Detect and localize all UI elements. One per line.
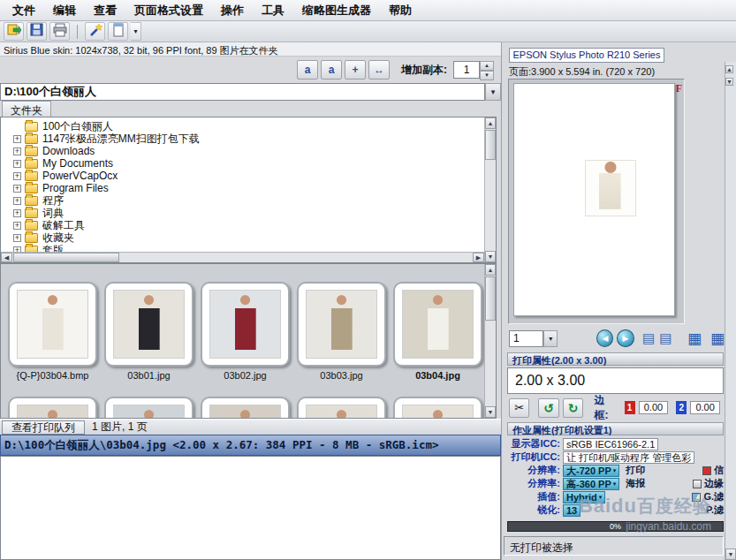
tree-item[interactable]: + Downloads — [13, 145, 484, 157]
side-option[interactable]: P.滤 — [706, 503, 725, 517]
placed-image[interactable] — [585, 160, 636, 216]
tree-item[interactable]: + 1147张极品漂亮MM扫图打包下载 — [13, 132, 484, 145]
rotate-right-button[interactable]: ↻ — [563, 398, 583, 418]
tree-item[interactable]: + PowerVCapOcx — [13, 170, 484, 182]
thumbnail-card[interactable] — [297, 282, 386, 367]
expand-icon[interactable]: + — [13, 209, 21, 217]
printer-icc-value[interactable]: 让 打印机/驱动程序 管理色彩 — [563, 451, 694, 464]
prev-page-button[interactable]: ◀ — [596, 329, 613, 347]
thumbnail-image — [17, 405, 88, 419]
border2-field[interactable]: 0.00 — [690, 401, 720, 414]
menu-view[interactable]: 查看 — [85, 0, 125, 22]
wizard-button[interactable] — [85, 22, 105, 41]
crop-button[interactable]: ✂ — [509, 398, 529, 418]
monitor-icc-value[interactable]: sRGB IEC61966-2.1 — [563, 438, 658, 450]
single-page-view-button[interactable]: ▤ — [641, 329, 656, 347]
expand-icon[interactable]: + — [13, 135, 21, 143]
expand-icon[interactable]: + — [13, 197, 21, 205]
scroll-down-icon[interactable]: ▼ — [725, 78, 733, 86]
expand-icon[interactable]: + — [13, 185, 21, 193]
expand-icon[interactable]: + — [13, 234, 21, 242]
resolution-select[interactable]: 大-720 PP▾ — [563, 465, 619, 477]
menu-help[interactable]: 帮助 — [380, 0, 421, 22]
page-select-dropdown[interactable]: ▾ — [543, 330, 558, 347]
menu-file[interactable]: 文件 — [4, 0, 44, 22]
thumbnail-card[interactable] — [104, 397, 193, 419]
tree-item[interactable]: + My Documents — [13, 157, 484, 170]
menu-tools[interactable]: 工具 — [253, 0, 293, 22]
thumbnail-card[interactable] — [104, 282, 193, 367]
font-small-button[interactable]: a — [321, 60, 342, 79]
thumbnail-card-selected[interactable] — [393, 282, 482, 367]
menu-operations[interactable]: 操作 — [212, 0, 253, 22]
scroll-right-icon[interactable]: ▶ — [473, 253, 484, 262]
multi-page-view-button[interactable]: ▤ — [658, 329, 673, 347]
spin-up-icon[interactable]: ▲ — [480, 61, 494, 71]
thumbnail-image — [113, 405, 185, 419]
sharpening-value[interactable]: 13 — [563, 504, 580, 517]
menu-edit[interactable]: 编辑 — [44, 0, 85, 22]
scroll-down-icon[interactable]: ▼ — [485, 251, 496, 262]
page-setup-button[interactable] — [108, 22, 128, 41]
scrollbar-thumb[interactable] — [485, 130, 496, 160]
move-image-button[interactable]: + — [345, 60, 366, 79]
tree-item[interactable]: + 程序 — [13, 194, 484, 207]
thumbnail-card[interactable] — [8, 282, 97, 367]
next-page-button[interactable]: ▶ — [617, 329, 634, 347]
current-path-field[interactable]: D:\100个白领丽人 — [0, 83, 485, 101]
side-option[interactable]: 边缘 — [693, 477, 725, 490]
border1-field[interactable]: 0.00 — [639, 401, 669, 414]
resolution-select[interactable]: 高-360 PP▾ — [563, 478, 619, 490]
swap-image-button[interactable]: ↔ — [368, 60, 390, 79]
path-bar: D:\100个白领丽人 ▾ — [0, 83, 501, 101]
scrollbar-thumb[interactable] — [485, 276, 496, 321]
print-queue-list[interactable] — [0, 456, 501, 560]
expand-icon[interactable]: + — [13, 160, 21, 168]
expand-icon[interactable]: + — [13, 172, 21, 180]
scroll-left-icon[interactable]: ◀ — [1, 253, 12, 262]
thumbnail-card[interactable] — [393, 397, 482, 419]
layout-view-button[interactable]: ▦ — [710, 331, 725, 346]
copies-value[interactable]: 1 — [453, 61, 480, 79]
scrollbar-thumb[interactable] — [13, 253, 119, 262]
selected-file-info-bar[interactable]: D:\100个白领丽人\03b04.jpg <2.00 x 2.67: 384 … — [0, 435, 501, 456]
preview-page[interactable] — [513, 83, 675, 316]
interpolation-select[interactable]: Hybrid▾ — [563, 491, 605, 503]
side-option[interactable]: 信 — [702, 464, 725, 477]
menu-thumbnail-generator[interactable]: 缩略图生成器 — [293, 0, 380, 22]
thumbnail-card[interactable] — [201, 397, 290, 419]
page-select-value[interactable]: 1 — [509, 330, 543, 347]
view-print-queue-button[interactable]: 查看打印队列 — [2, 420, 85, 435]
expand-icon[interactable]: + — [13, 222, 21, 230]
side-option[interactable]: G.滤 — [692, 490, 725, 503]
thumbnail-image — [113, 290, 185, 359]
scroll-up-icon[interactable]: ▲ — [485, 264, 496, 276]
tree-item[interactable]: + 套版 — [13, 244, 484, 252]
refresh-button[interactable] — [4, 22, 24, 41]
scroll-up-icon[interactable]: ▲ — [725, 65, 733, 73]
tree-item[interactable]: + 收藏夹 — [13, 231, 484, 244]
tree-item[interactable]: + 破解工具 — [13, 219, 484, 231]
font-large-button[interactable]: a — [297, 60, 318, 79]
save-button[interactable] — [27, 22, 47, 41]
copies-spinner[interactable]: 1 ▲ ▼ — [453, 61, 494, 79]
tree-item[interactable]: + Program Files — [13, 182, 484, 194]
page-select[interactable]: 1 ▾ — [509, 330, 558, 347]
scroll-down-icon[interactable]: ▼ — [485, 406, 496, 418]
thumbnail-card[interactable] — [8, 397, 97, 419]
tab-folders[interactable]: 文件夹 — [2, 101, 51, 117]
rotate-left-button[interactable]: ↺ — [538, 398, 558, 418]
grid-view-button[interactable]: ▦ — [687, 331, 702, 346]
menu-page-format[interactable]: 页面格式设置 — [125, 0, 212, 22]
side-label: G.滤 — [703, 490, 724, 503]
thumbnail-card[interactable] — [297, 397, 386, 419]
thumbnail-card[interactable] — [201, 282, 290, 367]
path-dropdown-button[interactable]: ▾ — [485, 83, 501, 101]
expand-icon[interactable]: + — [13, 148, 21, 155]
printer-name-tab[interactable]: EPSON Stylus Photo R210 Series — [509, 48, 664, 63]
page-setup-dropdown[interactable]: ▾ — [131, 22, 141, 41]
scroll-up-icon[interactable]: ▲ — [485, 117, 496, 129]
print-button[interactable] — [49, 22, 70, 41]
scroll-down-icon[interactable]: ▼ — [725, 549, 736, 560]
spin-down-icon[interactable]: ▼ — [480, 71, 494, 80]
